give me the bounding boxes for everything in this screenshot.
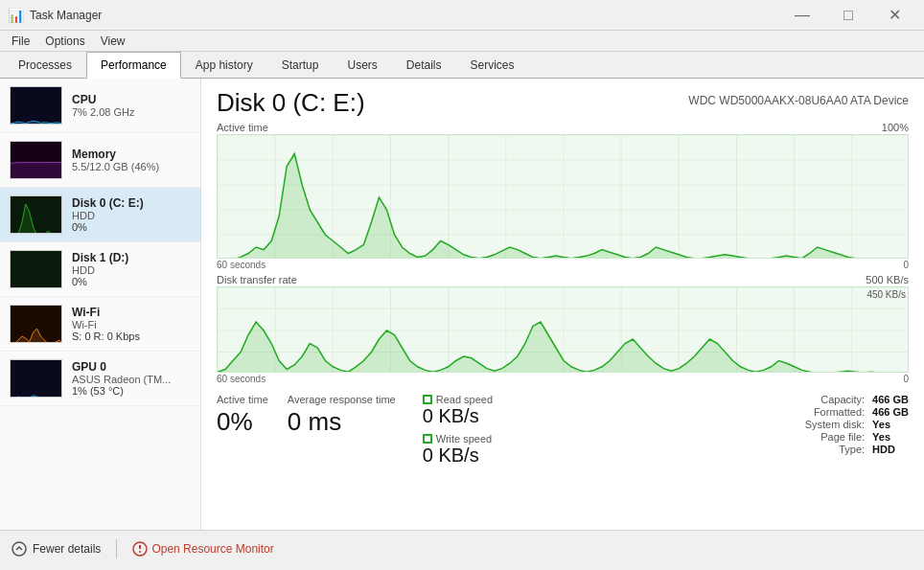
chart1-container [217,134,909,259]
chart2-max2: 450 KB/s [866,289,906,300]
sidebar-graph-wifi [10,305,62,343]
system-disk-label: System disk: [805,419,865,430]
read-speed-indicator [423,395,432,404]
chart2-container: 450 KB/s [217,286,909,373]
tabs-bar: Processes Performance App history Startu… [0,52,924,79]
chart1-max: 100% [882,122,909,133]
resource-monitor-link-text[interactable]: Open Resource Monitor [151,542,273,556]
formatted-value: 466 GB [872,406,909,418]
menubar: File Options View [0,31,924,52]
sidebar-item-cpu[interactable]: CPU 7% 2.08 GHz [0,79,200,133]
panel: Disk 0 (C: E:) WDC WD5000AAKX-08U6AA0 AT… [201,79,924,530]
sidebar-gpu-val: 1% (53 °C) [72,385,171,397]
tab-processes[interactable]: Processes [4,52,86,79]
tab-users[interactable]: Users [333,52,391,79]
sidebar-disk1-sub: HDD [72,264,128,276]
sidebar-disk0-val: 0% [72,221,144,233]
type-label: Type: [805,444,865,455]
sidebar-memory-name: Memory [72,148,159,161]
menu-view[interactable]: View [93,33,133,50]
chart2-max: 500 KB/s [866,274,909,285]
system-disk-value: Yes [872,419,909,430]
stat-speeds: Read speed 0 KB/s Write speed 0 KB/s [423,394,493,467]
sidebar-graph-cpu [10,86,62,125]
sidebar-disk1-name: Disk 1 (D:) [72,251,128,264]
sidebar: CPU 7% 2.08 GHz Memory 5.5/12.0 GB (46%)… [0,79,201,530]
fewer-details-button[interactable]: Fewer details [12,541,101,557]
sidebar-item-disk0[interactable]: Disk 0 (C: E:) HDD 0% [0,188,200,242]
charts-area: Active time 100% 60 seconds 0 Disk trans… [217,122,909,520]
disk-info: Capacity: 466 GB Formatted: 466 GB Syste… [805,394,909,455]
tab-performance[interactable]: Performance [86,52,181,79]
sidebar-gpu-name: GPU 0 [72,360,171,374]
chart-transfer-section: Disk transfer rate 500 KB/s 450 KB/s 60 … [217,274,909,388]
titlebar-left: 📊 Task Manager [8,8,102,23]
avg-response-value: 0 ms [288,407,396,437]
svg-point-3 [139,551,141,553]
sidebar-wifi-name: Wi-Fi [72,306,140,319]
panel-title-block: Disk 0 (C: E:) [217,88,365,118]
write-speed-item: Write speed 0 KB/s [423,433,493,467]
sidebar-graph-disk1 [10,250,62,288]
sidebar-disk0-name: Disk 0 (C: E:) [72,196,144,210]
titlebar-controls: — □ ✕ [780,0,916,31]
active-time-value: 0% [217,407,268,437]
titlebar: 📊 Task Manager — □ ✕ [0,0,924,31]
sidebar-item-memory[interactable]: Memory 5.5/12.0 GB (46%) [0,133,200,188]
tab-app-history[interactable]: App history [181,52,267,79]
sidebar-graph-gpu [10,359,62,398]
write-speed-label: Write speed [436,433,493,445]
chart1-time-end: 0 [903,260,909,270]
chart1-time-start: 60 seconds [217,260,266,270]
resource-monitor-icon [132,541,148,557]
sidebar-graph-memory [10,141,62,179]
panel-device: WDC WD5000AAKX-08U6AA0 ATA Device [688,94,909,107]
titlebar-title: Task Manager [30,9,102,22]
footer: Fewer details Open Resource Monitor [0,530,924,566]
tab-details[interactable]: Details [392,52,456,79]
panel-title: Disk 0 (C: E:) [217,88,365,118]
chart2-time-row: 60 seconds 0 [217,374,909,384]
resource-monitor-link[interactable]: Open Resource Monitor [132,541,273,557]
minimize-button[interactable]: — [780,0,824,31]
stat-active-time: Active time 0% [217,394,268,437]
chart2-time-end: 0 [903,374,909,384]
sidebar-wifi-sub: Wi-Fi [72,319,140,331]
sidebar-gpu-sub: ASUS Radeon (TM... [72,374,171,385]
read-speed-label: Read speed [436,394,493,405]
tab-services[interactable]: Services [456,52,529,79]
sidebar-item-wifi[interactable]: Wi-Fi Wi-Fi S: 0 R: 0 Kbps [0,297,200,352]
footer-divider [116,539,117,559]
svg-point-0 [12,542,26,556]
panel-header: Disk 0 (C: E:) WDC WD5000AAKX-08U6AA0 AT… [217,88,909,118]
stat-avg-response: Average response time 0 ms [288,394,396,437]
read-speed-value: 0 KB/s [423,405,493,427]
sidebar-item-disk1[interactable]: Disk 1 (D:) HDD 0% [0,242,200,297]
menu-file[interactable]: File [4,33,37,50]
chart1-time-row: 60 seconds 0 [217,260,909,270]
sidebar-wifi-val: S: 0 R: 0 Kbps [72,331,140,342]
tab-startup[interactable]: Startup [267,52,334,79]
sidebar-cpu-sub: 7% 2.08 GHz [72,106,134,118]
read-speed-item: Read speed 0 KB/s [423,394,493,427]
fewer-details-label: Fewer details [33,542,101,556]
sidebar-memory-sub: 5.5/12.0 GB (46%) [72,161,159,172]
type-value: HDD [872,444,909,455]
write-speed-value: 0 KB/s [423,445,493,467]
formatted-label: Formatted: [805,406,865,418]
sidebar-item-gpu[interactable]: GPU 0 ASUS Radeon (TM... 1% (53 °C) [0,352,200,406]
sidebar-cpu-name: CPU [72,93,134,106]
menu-options[interactable]: Options [37,33,92,50]
chart-active-time-section: Active time 100% 60 seconds 0 [217,122,909,274]
sidebar-graph-disk0 [10,195,62,234]
chart2-label: Disk transfer rate [217,274,297,285]
sidebar-disk0-sub: HDD [72,210,144,221]
stats-row: Active time 0% Average response time 0 m… [217,394,909,467]
chart1-label: Active time [217,122,268,133]
close-button[interactable]: ✕ [872,0,916,31]
page-file-value: Yes [872,431,909,443]
page-file-label: Page file: [805,431,865,443]
capacity-value: 466 GB [872,394,909,405]
maximize-button[interactable]: □ [826,0,870,31]
chart2-time-start: 60 seconds [217,374,266,384]
